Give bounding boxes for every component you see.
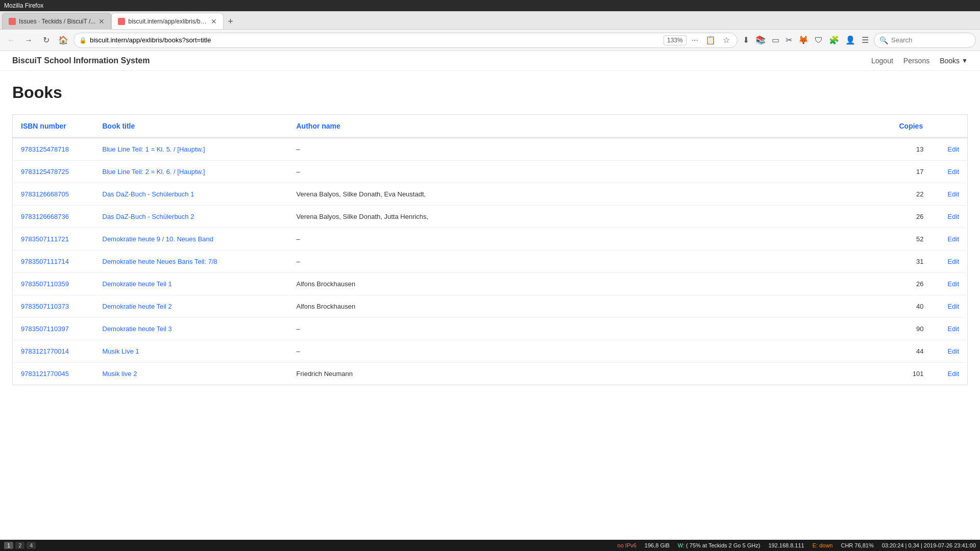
cell-copies: 40 bbox=[891, 295, 932, 318]
edit-button[interactable]: Edit bbox=[948, 370, 959, 378]
forward-button[interactable]: → bbox=[21, 33, 36, 47]
edit-button[interactable]: Edit bbox=[948, 145, 959, 153]
cell-isbn: 9783126668736 bbox=[13, 206, 94, 228]
col-header-title[interactable]: Book title bbox=[94, 115, 288, 138]
tab-close-1[interactable]: ✕ bbox=[99, 17, 105, 26]
cell-title: Blue Line Teil: 2 = Kl. 6. / [Hauptw.] bbox=[94, 161, 288, 183]
cell-copies: 90 bbox=[891, 318, 932, 340]
toolbar-icons: ⬇ 📚 ▭ ✂ 🦊 🛡 🧩 👤 ☰ bbox=[741, 33, 871, 47]
title-link[interactable]: Musik Live 1 bbox=[103, 347, 139, 355]
edit-button[interactable]: Edit bbox=[948, 168, 959, 176]
downloads-icon[interactable]: ⬇ bbox=[741, 33, 751, 47]
browser-search-bar[interactable]: 🔍 bbox=[874, 33, 976, 48]
edit-button[interactable]: Edit bbox=[948, 325, 959, 333]
cell-title: Demokratie heute Teil 2 bbox=[94, 295, 288, 318]
table-row: 9783121770045 Musik live 2 Friedrich Neu… bbox=[13, 363, 968, 385]
isbn-link[interactable]: 9783507110373 bbox=[21, 303, 69, 310]
title-link[interactable]: Demokratie heute Neues Bans Teil: 7/8 bbox=[103, 258, 217, 265]
browser-search-input[interactable] bbox=[891, 36, 968, 44]
isbn-link[interactable]: 9783507110359 bbox=[21, 280, 69, 288]
table-row: 9783507110373 Demokratie heute Teil 2 Al… bbox=[13, 295, 968, 318]
title-link[interactable]: Blue Line Teil: 1 = Kl. 5. / [Hauptw.] bbox=[103, 145, 205, 153]
sidebar-icon[interactable]: ▭ bbox=[770, 33, 781, 47]
back-button[interactable]: ← bbox=[4, 33, 18, 47]
isbn-link[interactable]: 9783125478718 bbox=[21, 145, 69, 153]
title-link[interactable]: Demokratie heute Teil 1 bbox=[103, 280, 172, 288]
tab-close-2[interactable]: ✕ bbox=[211, 17, 217, 26]
search-icon: 🔍 bbox=[879, 36, 888, 44]
edit-button[interactable]: Edit bbox=[948, 280, 959, 288]
edit-button[interactable]: Edit bbox=[948, 347, 959, 355]
browser-tab-2[interactable]: biscuit.intern/app/exlibris/bo... ✕ bbox=[111, 13, 224, 29]
addon1-icon[interactable]: 🦊 bbox=[796, 33, 811, 47]
cell-actions: Edit bbox=[932, 138, 968, 161]
title-link[interactable]: Demokratie heute Teil 3 bbox=[103, 325, 172, 333]
address-input[interactable] bbox=[90, 36, 660, 44]
nav-logout[interactable]: Logout bbox=[871, 57, 893, 65]
cell-copies: 13 bbox=[891, 138, 932, 161]
cell-title: Das DaZ-Buch - Schülerbuch 1 bbox=[94, 183, 288, 206]
isbn-link[interactable]: 9783507111721 bbox=[21, 235, 69, 243]
cell-actions: Edit bbox=[932, 273, 968, 295]
nav-books[interactable]: Books ▼ bbox=[940, 57, 968, 65]
col-header-copies[interactable]: Copies bbox=[891, 115, 932, 138]
cell-title: Demokratie heute Neues Bans Teil: 7/8 bbox=[94, 251, 288, 273]
isbn-link[interactable]: 9783125478725 bbox=[21, 168, 69, 176]
edit-button[interactable]: Edit bbox=[948, 303, 959, 310]
app-nav: Logout Persons Books ▼ bbox=[871, 57, 968, 65]
nav-persons[interactable]: Persons bbox=[903, 57, 929, 65]
main-content: Books ISBN number Book title Author name… bbox=[0, 71, 980, 397]
browser-toolbar: ← → ↻ 🏠 🔒 133% ··· 📋 ☆ ⬇ 📚 ▭ ✂ 🦊 🛡 🧩 👤 ☰… bbox=[0, 30, 980, 51]
cell-actions: Edit bbox=[932, 318, 968, 340]
cell-author: – bbox=[288, 318, 891, 340]
cell-author: – bbox=[288, 228, 891, 251]
library-icon[interactable]: 📚 bbox=[753, 33, 768, 47]
browser-titlebar: Mozilla Firefox bbox=[0, 0, 980, 11]
pocket-icon[interactable]: 📋 bbox=[703, 33, 718, 47]
title-link[interactable]: Das DaZ-Buch - Schülerbuch 1 bbox=[103, 190, 194, 198]
menu-icon[interactable]: ☰ bbox=[860, 33, 871, 47]
home-button[interactable]: 🏠 bbox=[56, 33, 70, 47]
title-link[interactable]: Demokratie heute Teil 2 bbox=[103, 303, 172, 310]
edit-button[interactable]: Edit bbox=[948, 190, 959, 198]
table-row: 9783126668705 Das DaZ-Buch - Schülerbuch… bbox=[13, 183, 968, 206]
cell-actions: Edit bbox=[932, 206, 968, 228]
app-header: BiscuiT School Information System Logout… bbox=[0, 51, 980, 71]
addon3-icon[interactable]: 🧩 bbox=[827, 33, 841, 47]
col-header-author[interactable]: Author name bbox=[288, 115, 891, 138]
bookmark-icon[interactable]: ☆ bbox=[721, 33, 732, 47]
cell-actions: Edit bbox=[932, 183, 968, 206]
isbn-link[interactable]: 9783507110397 bbox=[21, 325, 69, 333]
browser-tab-1[interactable]: Issues · Teckids / BiscuiT /... ✕ bbox=[2, 13, 111, 29]
title-link[interactable]: Das DaZ-Buch - Schülerbuch 2 bbox=[103, 213, 194, 220]
edit-button[interactable]: Edit bbox=[948, 213, 959, 220]
cell-actions: Edit bbox=[932, 363, 968, 385]
menu-dots-icon[interactable]: ··· bbox=[690, 34, 700, 47]
col-header-isbn[interactable]: ISBN number bbox=[13, 115, 94, 138]
edit-button[interactable]: Edit bbox=[948, 235, 959, 243]
isbn-link[interactable]: 9783121770045 bbox=[21, 370, 69, 378]
cell-author: – bbox=[288, 340, 891, 363]
table-row: 9783125478718 Blue Line Teil: 1 = Kl. 5.… bbox=[13, 138, 968, 161]
title-link[interactable]: Musik live 2 bbox=[103, 370, 137, 378]
edit-button[interactable]: Edit bbox=[948, 258, 959, 265]
cell-title: Demokratie heute Teil 3 bbox=[94, 318, 288, 340]
table-row: 9783507110359 Demokratie heute Teil 1 Al… bbox=[13, 273, 968, 295]
isbn-link[interactable]: 9783121770014 bbox=[21, 347, 69, 355]
title-link[interactable]: Blue Line Teil: 2 = Kl. 6. / [Hauptw.] bbox=[103, 168, 205, 176]
isbn-link[interactable]: 9783507111714 bbox=[21, 258, 69, 265]
cell-title: Demokratie heute 9 / 10. Neues Band bbox=[94, 228, 288, 251]
isbn-link[interactable]: 9783126668736 bbox=[21, 213, 69, 220]
address-bar[interactable]: 🔒 133% ··· 📋 ☆ bbox=[74, 33, 738, 48]
isbn-link[interactable]: 9783126668705 bbox=[21, 190, 69, 198]
profile-icon[interactable]: 👤 bbox=[843, 33, 857, 47]
cell-author: – bbox=[288, 251, 891, 273]
cell-title: Musik Live 1 bbox=[94, 340, 288, 363]
cell-actions: Edit bbox=[932, 295, 968, 318]
screenshot-icon[interactable]: ✂ bbox=[783, 33, 794, 47]
addon2-icon[interactable]: 🛡 bbox=[813, 34, 825, 47]
table-row: 9783121770014 Musik Live 1 – 44 Edit bbox=[13, 340, 968, 363]
reload-button[interactable]: ↻ bbox=[39, 33, 53, 47]
new-tab-button[interactable]: + bbox=[224, 14, 237, 29]
title-link[interactable]: Demokratie heute 9 / 10. Neues Band bbox=[103, 235, 214, 243]
